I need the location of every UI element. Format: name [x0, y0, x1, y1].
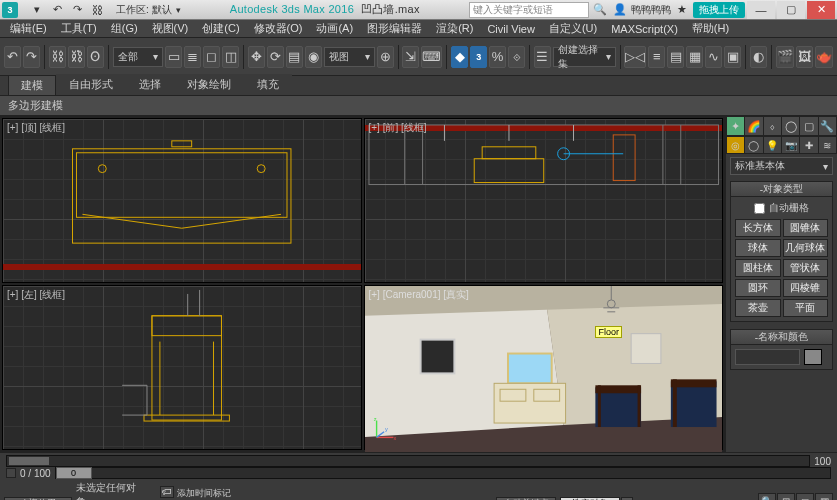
create-cone-button[interactable]: 圆锥体: [783, 219, 829, 237]
toggle-ribbon-button[interactable]: ▦: [686, 46, 703, 68]
create-plane-button[interactable]: 平面: [783, 299, 829, 317]
cmd-tab-display[interactable]: ▢: [800, 117, 817, 135]
signin-icon[interactable]: 👤: [611, 2, 629, 18]
favorite-icon[interactable]: ★: [673, 2, 691, 18]
keyboard-shortcut-button[interactable]: ⌨: [421, 46, 442, 68]
redo-icon[interactable]: ↷: [68, 2, 86, 18]
unlink-button[interactable]: ⛓̸: [68, 46, 85, 68]
create-sphere-button[interactable]: 球体: [735, 239, 781, 257]
select-rotate-button[interactable]: ⟳: [267, 46, 284, 68]
help-search-input[interactable]: 键入关键字或短语: [469, 2, 589, 18]
snap-toggle-button[interactable]: ◆: [451, 46, 468, 68]
ribbon-tab-selection[interactable]: 选择: [126, 74, 174, 95]
create-torus-button[interactable]: 圆环: [735, 279, 781, 297]
ribbon-tab-modeling[interactable]: 建模: [8, 75, 56, 95]
create-cylinder-button[interactable]: 圆柱体: [735, 259, 781, 277]
select-by-name-button[interactable]: ≣: [184, 46, 201, 68]
redo-button[interactable]: ↷: [23, 46, 40, 68]
cmd-tab-hierarchy[interactable]: ⬨: [764, 117, 781, 135]
qat-new-icon[interactable]: ▾: [28, 2, 46, 18]
cmd-sub-cameras[interactable]: 📷: [782, 137, 799, 153]
viewport-camera-label[interactable]: [+] [Camera001] [真实]: [369, 288, 469, 302]
ribbon-tab-freeform[interactable]: 自由形式: [56, 74, 126, 95]
refcoord-dropdown[interactable]: 视图▾: [324, 47, 375, 67]
rollout-object-type[interactable]: 对象类型: [730, 181, 833, 197]
viewport-left[interactable]: [+] [左] [线框]: [2, 285, 362, 450]
window-crossing-button[interactable]: ◫: [222, 46, 239, 68]
spinner-snap-button[interactable]: ⟐: [508, 46, 525, 68]
cmd-tab-create[interactable]: ✦: [727, 117, 744, 135]
rollout-name-color[interactable]: 名称和颜色: [730, 329, 833, 345]
addtimetag-icon[interactable]: 🏷: [160, 486, 174, 498]
viewport-top-label[interactable]: [+] [顶] [线框]: [7, 121, 65, 135]
close-button[interactable]: ✕: [807, 1, 835, 19]
selection-filter-dropdown[interactable]: 全部▾: [113, 47, 164, 67]
rendered-frame-button[interactable]: 🖼: [796, 46, 813, 68]
cmd-tab-utilities[interactable]: 🔧: [819, 117, 836, 135]
geometry-category-dropdown[interactable]: 标准基本体▾: [730, 157, 833, 175]
layer-explorer-button[interactable]: ▤: [667, 46, 684, 68]
menu-maxscript[interactable]: MAXScript(X): [605, 22, 684, 36]
percent-snap-button[interactable]: %: [489, 46, 506, 68]
time-slider-thumb[interactable]: 0: [56, 467, 92, 479]
share-button[interactable]: 拖拽上传: [693, 2, 745, 18]
schematic-view-button[interactable]: ▣: [724, 46, 741, 68]
curve-editor-button[interactable]: ∿: [705, 46, 722, 68]
addtimetag-label[interactable]: 添加时间标记: [177, 487, 231, 497]
zoom-all-icon[interactable]: ⊞: [777, 493, 795, 500]
workspace-label[interactable]: 工作区: 默认: [116, 3, 172, 17]
cmd-sub-helpers[interactable]: ✚: [800, 137, 817, 153]
menu-create[interactable]: 创建(C): [196, 20, 245, 37]
bind-spacewarp-button[interactable]: ʘ: [87, 46, 104, 68]
ribbon-tab-populate[interactable]: 填充: [244, 74, 292, 95]
render-production-button[interactable]: 🫖: [815, 46, 833, 68]
cmd-sub-lights[interactable]: 💡: [764, 137, 781, 153]
mirror-button[interactable]: ▷◁: [624, 46, 646, 68]
undo-button[interactable]: ↶: [4, 46, 21, 68]
select-move-button[interactable]: ✥: [248, 46, 265, 68]
search-icon[interactable]: 🔍: [591, 2, 609, 18]
menu-edit[interactable]: 编辑(E): [4, 20, 53, 37]
viewport-front-label[interactable]: [+] [前] [线框]: [369, 121, 427, 135]
select-scale-button[interactable]: ▤: [286, 46, 303, 68]
angle-snap-button[interactable]: 3: [470, 46, 487, 68]
create-pyramid-button[interactable]: 四棱锥: [783, 279, 829, 297]
object-color-swatch[interactable]: [804, 349, 822, 365]
undo-icon[interactable]: ↶: [48, 2, 66, 18]
select-place-button[interactable]: ◉: [305, 46, 322, 68]
cmd-tab-modify[interactable]: 🌈: [745, 117, 762, 135]
create-teapot-button[interactable]: 茶壶: [735, 299, 781, 317]
menu-civilview[interactable]: Civil View: [481, 22, 540, 36]
viewport-top[interactable]: [+] [顶] [线框]: [2, 118, 362, 283]
menu-rendering[interactable]: 渲染(R): [430, 20, 479, 37]
cmd-sub-shapes[interactable]: ◯: [745, 137, 762, 153]
menu-tools[interactable]: 工具(T): [55, 20, 103, 37]
select-object-button[interactable]: ▭: [165, 46, 182, 68]
zoom-extents-all-icon[interactable]: ▦: [815, 493, 833, 500]
minimize-button[interactable]: —: [747, 1, 775, 19]
object-name-input[interactable]: [735, 349, 800, 365]
app-logo[interactable]: 3: [2, 2, 18, 18]
rect-region-button[interactable]: ◻: [203, 46, 220, 68]
ribbon-tab-objectpaint[interactable]: 对象绘制: [174, 74, 244, 95]
timeline-toggle[interactable]: [6, 468, 16, 478]
menu-help[interactable]: 帮助(H): [686, 20, 735, 37]
menu-modifiers[interactable]: 修改器(O): [248, 20, 309, 37]
zoom-icon[interactable]: 🔍: [758, 493, 776, 500]
named-selset-dropdown[interactable]: 创建选择集▾: [553, 47, 616, 67]
create-tube-button[interactable]: 管状体: [783, 259, 829, 277]
link-icon[interactable]: ⛓: [88, 2, 106, 18]
viewport-camera[interactable]: [+] [Camera001] [真实]: [364, 285, 724, 450]
edit-selset-button[interactable]: ☰: [534, 46, 551, 68]
time-slider[interactable]: 0: [55, 467, 831, 479]
menu-grapheditors[interactable]: 图形编辑器: [361, 20, 428, 37]
link-button[interactable]: ⛓: [49, 46, 66, 68]
autogrid-checkbox[interactable]: 自动栅格: [735, 201, 828, 215]
menu-group[interactable]: 组(G): [105, 20, 144, 37]
maximize-button[interactable]: ▢: [777, 1, 805, 19]
cmd-sub-spacewarp[interactable]: ≋: [819, 137, 836, 153]
signin-label[interactable]: 鸭鸭鸭鸭: [631, 3, 671, 17]
timeline-scrollbar[interactable]: [6, 455, 810, 467]
select-manipulate-button[interactable]: ⇲: [402, 46, 419, 68]
menu-animation[interactable]: 动画(A): [310, 20, 359, 37]
